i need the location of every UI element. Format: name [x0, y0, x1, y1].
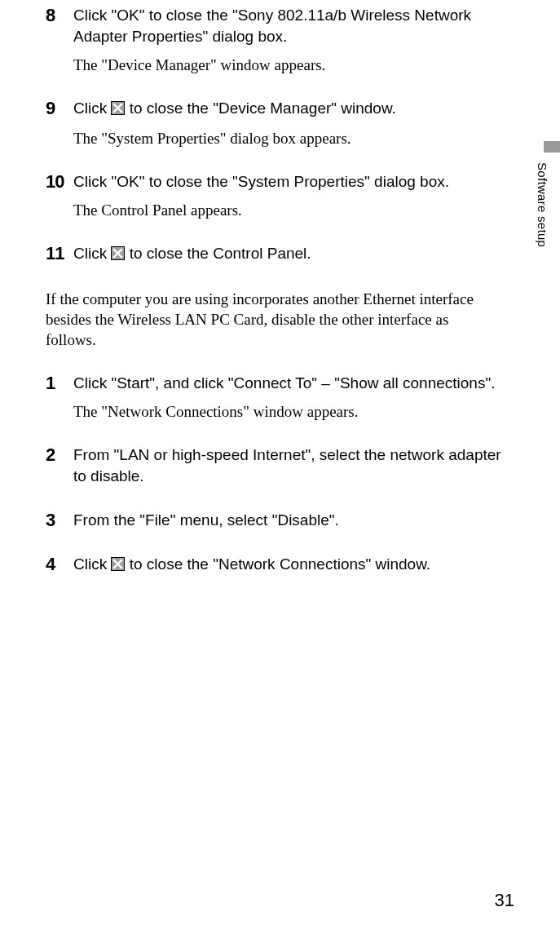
- close-icon: [111, 246, 125, 260]
- body-content: 8Click "OK" to close the "Sony 802.11a/b…: [46, 0, 502, 577]
- step-text-after: to close the "Network Connections" windo…: [125, 555, 430, 573]
- step-number: 1: [46, 373, 73, 394]
- close-icon: [111, 557, 125, 571]
- step-head: 2From "LAN or high-speed Internet", sele…: [46, 445, 502, 487]
- step-number: 2: [46, 445, 73, 466]
- step-number: 8: [46, 5, 73, 26]
- step-text-before: Click "OK" to close the "System Properti…: [73, 173, 449, 190]
- step: 11Click to close the Control Panel.: [46, 243, 502, 266]
- step: 10Click "OK" to close the "System Proper…: [46, 171, 502, 220]
- step-instruction: Click "OK" to close the "System Properti…: [73, 171, 502, 192]
- step-head: 4Click to close the "Network Connections…: [46, 554, 502, 577]
- step-instruction: Click to close the "Device Manager" wind…: [73, 98, 502, 121]
- step-instruction: Click to close the Control Panel.: [73, 243, 502, 266]
- step-text-after: to close the "Device Manager" window.: [125, 100, 395, 117]
- section-tab-marker: [544, 141, 560, 153]
- step-result: The "Network Connections" window appears…: [73, 402, 502, 422]
- close-icon: [111, 555, 125, 577]
- step-result: The "Device Manager" window appears.: [73, 55, 502, 75]
- step-number: 9: [46, 98, 73, 119]
- step-instruction: Click "Start", and click "Connect To" – …: [73, 373, 502, 394]
- step-head: 10Click "OK" to close the "System Proper…: [46, 171, 502, 192]
- step-number: 3: [46, 510, 73, 531]
- intro-paragraph: If the computer you are using incorporat…: [46, 289, 502, 350]
- step-head: 1Click "Start", and click "Connect To" –…: [46, 373, 502, 394]
- step: 3From the "File" menu, select "Disable".: [46, 510, 502, 531]
- section-side-label: Software setup: [536, 162, 549, 247]
- step-list-b: 1Click "Start", and click "Connect To" –…: [46, 373, 502, 577]
- step-head: 11Click to close the Control Panel.: [46, 243, 502, 266]
- step-instruction: Click to close the "Network Connections"…: [73, 554, 502, 577]
- step-head: 8Click "OK" to close the "Sony 802.11a/b…: [46, 5, 502, 47]
- step-result: The Control Panel appears.: [73, 201, 502, 220]
- step-list-a: 8Click "OK" to close the "Sony 802.11a/b…: [46, 5, 502, 266]
- step-instruction: From the "File" menu, select "Disable".: [73, 510, 502, 531]
- step: 1Click "Start", and click "Connect To" –…: [46, 373, 502, 422]
- step-text-before: Click "OK" to close the "Sony 802.11a/b …: [73, 7, 471, 45]
- step: 4Click to close the "Network Connections…: [46, 554, 502, 577]
- page-number: 31: [495, 890, 514, 911]
- step-text-after: to close the Control Panel.: [125, 245, 311, 262]
- step-result: The "System Properties" dialog box appea…: [73, 129, 502, 148]
- step-number: 10: [46, 171, 73, 192]
- close-icon: [111, 245, 125, 266]
- step-instruction: From "LAN or high-speed Internet", selec…: [73, 445, 502, 487]
- step-head: 9Click to close the "Device Manager" win…: [46, 98, 502, 121]
- step: 9Click to close the "Device Manager" win…: [46, 98, 502, 148]
- close-icon: [111, 101, 125, 115]
- step-text-before: Click "Start", and click "Connect To" – …: [73, 374, 495, 392]
- document-page: Software setup 8Click "OK" to close the …: [0, 0, 560, 929]
- step-text-before: From "LAN or high-speed Internet", selec…: [73, 446, 501, 484]
- step: 2From "LAN or high-speed Internet", sele…: [46, 445, 502, 487]
- step-head: 3From the "File" menu, select "Disable".: [46, 510, 502, 531]
- step-text-before: From the "File" menu, select "Disable".: [73, 511, 339, 529]
- step-number: 4: [46, 554, 73, 575]
- close-icon: [111, 100, 125, 121]
- step: 8Click "OK" to close the "Sony 802.11a/b…: [46, 5, 502, 75]
- step-text-before: Click: [73, 100, 111, 117]
- step-text-before: Click: [73, 555, 111, 573]
- step-number: 11: [46, 243, 73, 264]
- step-instruction: Click "OK" to close the "Sony 802.11a/b …: [73, 5, 502, 47]
- step-text-before: Click: [73, 245, 111, 262]
